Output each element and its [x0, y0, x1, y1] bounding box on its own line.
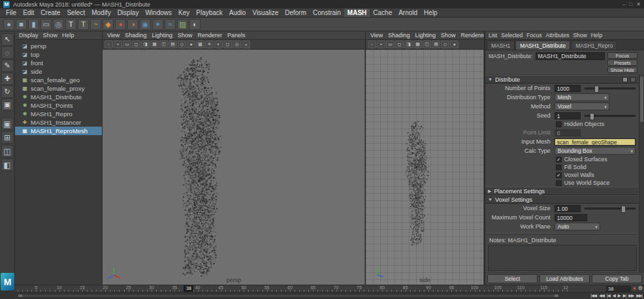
outliner-item-mash1-repromesh[interactable]: ▦MASH1_ReproMesh [15, 127, 102, 135]
voxel-walls-checkbox[interactable]: ✓ [556, 172, 562, 178]
bifrost-icon[interactable]: ✦ [152, 19, 163, 30]
section-placement-settings[interactable]: ▶ Placement Settings [485, 187, 638, 195]
persp-menu-view[interactable]: View [105, 32, 121, 39]
layout-single-pane-button[interactable]: ▣ [1, 118, 14, 130]
lock-camera-icon[interactable]: ▪ [377, 40, 385, 48]
poly-torus-icon[interactable]: ◎ [53, 19, 64, 30]
fill-solid-checkbox[interactable] [556, 165, 562, 170]
xray-icon[interactable]: ◻ [223, 40, 232, 48]
mash-distribute-icon[interactable]: ● [115, 19, 126, 30]
step-back-key-button[interactable]: |◀ [606, 292, 611, 299]
ae-scrollbar[interactable] [639, 75, 644, 272]
ae-menu-attributes[interactable]: Attributes [545, 32, 569, 39]
swatch-icon[interactable] [622, 77, 628, 82]
lasso-select-tool[interactable]: ◌ [1, 46, 14, 59]
menu-edit[interactable]: Edit [20, 8, 37, 17]
menu-help[interactable]: Help [421, 8, 441, 17]
voxel-size-field[interactable]: 1.00 [555, 205, 581, 212]
fluids-icon[interactable]: ≈ [165, 19, 176, 30]
safe-title-icon[interactable]: ▤ [169, 40, 177, 48]
current-time-indicator[interactable]: 38 [184, 285, 193, 292]
maximize-button[interactable]: □ [629, 0, 632, 8]
poly-plane-icon[interactable]: ▭ [40, 19, 52, 30]
layout-outliner-persp-button[interactable]: ◧ [1, 159, 14, 171]
time-ticks[interactable]: 5101520253035404550556065707580859095100… [16, 285, 568, 292]
play-forward-button[interactable]: ▶ [617, 292, 621, 299]
layout-two-pane-button[interactable]: ◫ [1, 145, 14, 157]
side-menu-view[interactable]: View [368, 32, 385, 39]
side-menu-shading[interactable]: Shading [386, 32, 411, 39]
copy-tab-button[interactable]: Copy Tab [592, 274, 642, 283]
menu-create[interactable]: Create [37, 8, 63, 17]
persp-menu-renderer[interactable]: Renderer [195, 32, 224, 39]
curve-tool-icon[interactable]: ~ [90, 19, 101, 30]
ae-menu-focus[interactable]: Focus [526, 32, 541, 39]
scale-tool[interactable]: ▣ [1, 99, 14, 111]
field-chart-icon[interactable]: ▦ [150, 40, 159, 48]
wireframe-icon[interactable]: ◇ [178, 40, 186, 48]
focus-button[interactable]: Focus [607, 52, 637, 59]
gate-mask-icon[interactable]: ◨ [404, 40, 413, 48]
menu-modify[interactable]: Modify [88, 8, 114, 17]
main-viewport-canvas[interactable] [103, 50, 364, 285]
range-slider[interactable]: |◀◀◀◀|◀◀▶▶|▶▶▶▶| [15, 292, 644, 299]
slider-handle[interactable] [594, 86, 599, 93]
side-viewport[interactable]: ViewShadingLightingShowRendererPanels ▫▪… [366, 31, 485, 285]
anim-prefs-button[interactable]: ⚙ [638, 285, 643, 292]
outliner-menu-help[interactable]: Help [62, 32, 74, 39]
notes-field[interactable] [488, 245, 637, 271]
persp-menu-show[interactable]: Show [176, 32, 195, 39]
menu-windows[interactable]: Windows [142, 8, 175, 17]
persp-menu-panels[interactable]: Panels [225, 32, 248, 39]
menu-visualize[interactable]: Visualize [249, 8, 282, 17]
outliner-item-mash1-distribute[interactable]: ✱MASH1_Distribute [15, 93, 102, 101]
input-mesh-field[interactable]: scan_female_geoShape [555, 138, 636, 146]
poly-cylinder-icon[interactable]: ▮ [28, 19, 39, 30]
section-voxel-settings[interactable]: ▼ Voxel Settings [485, 195, 638, 204]
outliner-menu-display[interactable]: Display [19, 32, 39, 39]
layout-four-pane-button[interactable]: ⊞ [1, 131, 14, 144]
select-button[interactable]: Select [487, 274, 538, 283]
load-attributes-button[interactable]: Load Attributes [539, 274, 590, 283]
range-start-handle[interactable] [18, 294, 22, 297]
tab-mash1[interactable]: MASH1 [487, 40, 515, 50]
safe-action-icon[interactable]: ◫ [423, 40, 431, 48]
seed-field[interactable]: 1 [555, 112, 581, 119]
type-tool-icon[interactable]: T [78, 19, 89, 30]
field-chart-icon[interactable]: ▦ [413, 40, 422, 48]
ae-menu-help[interactable]: Help [591, 32, 602, 39]
show-hide-button[interactable]: Show Hide [607, 67, 637, 73]
outliner-item-scan-female-geo[interactable]: ▦scan_female_geo [15, 76, 102, 84]
shadows-icon[interactable]: ◐ [214, 40, 223, 48]
rotate-tool[interactable]: ↻ [1, 86, 14, 98]
step-back-frame-button[interactable]: ◀◀ [598, 292, 605, 299]
paint-select-tool[interactable]: ✎ [1, 59, 14, 72]
outliner-item-front[interactable]: ◪front [15, 59, 102, 67]
node-name-field[interactable]: MASH1_Distribute [536, 52, 605, 60]
tab-mash1-repro[interactable]: MASH1_Repro [571, 40, 617, 50]
menu-key[interactable]: Key [175, 8, 193, 17]
distribution-type-dropdown[interactable]: Mesh [555, 93, 609, 101]
menu-audio[interactable]: Audio [226, 8, 250, 17]
isolate-select-icon[interactable]: ◎ [233, 40, 241, 48]
select-camera-icon[interactable]: ▫ [105, 40, 113, 48]
presets-button[interactable]: Presets [607, 59, 637, 66]
mash-dynamics-icon[interactable]: ◑ [127, 19, 138, 30]
mash-network-icon[interactable]: ◆ [103, 19, 114, 30]
step-forward-key-button[interactable]: ▶| [622, 292, 627, 299]
go-to-end-button[interactable]: ▶▶| [636, 292, 643, 299]
outliner-item-mash1-instancer[interactable]: ✚MASH1_Instancer [15, 118, 102, 127]
number-of-points-slider[interactable] [585, 87, 636, 89]
minimize-button[interactable]: – [622, 0, 625, 8]
tab-mash1-distribute[interactable]: MASH1_Distribute [515, 40, 570, 50]
menu-arnold[interactable]: Arnold [395, 8, 421, 17]
side-menu-show[interactable]: Show [439, 32, 458, 39]
method-dropdown[interactable]: Voxel [555, 102, 609, 110]
section-distribute[interactable]: ▼ Distribute [485, 75, 638, 84]
use-world-space-checkbox[interactable] [556, 180, 562, 186]
hidden-objects-checkbox[interactable] [556, 121, 562, 127]
play-backward-button[interactable]: ◀ [612, 292, 616, 299]
safe-action-icon[interactable]: ◫ [159, 40, 168, 48]
text-tool-icon[interactable]: T [65, 19, 76, 30]
viewport-body[interactable]: side [366, 50, 484, 285]
